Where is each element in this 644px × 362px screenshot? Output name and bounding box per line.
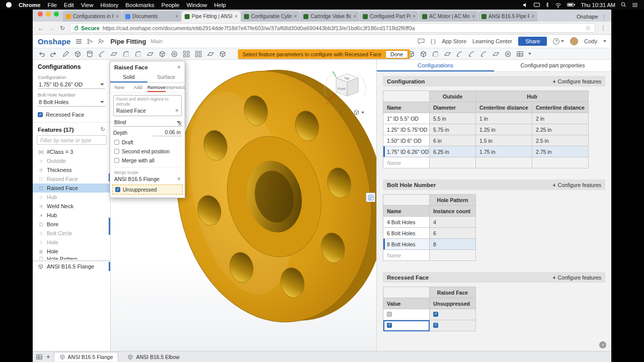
user-name[interactable]: Cody <box>584 38 597 44</box>
sketch-button[interactable] <box>61 50 70 58</box>
remove-scope-icon[interactable] <box>177 175 181 183</box>
address-bar[interactable]: Secure https://cad.onshape.com/documents… <box>70 23 595 33</box>
onshape-logo[interactable]: Onshape <box>38 37 71 46</box>
unsuppressed-checkbox[interactable] <box>433 323 438 328</box>
intersection-curve-button[interactable] <box>503 50 513 58</box>
spline-button[interactable] <box>479 50 489 58</box>
feature-item[interactable]: ▢Raised Face <box>33 174 110 184</box>
tab-manager-icon[interactable] <box>36 353 43 360</box>
bolt-hole-select[interactable]: 8 Bolt Holes <box>38 98 105 107</box>
config-row[interactable]: 4 Bolt Holes 4 <box>383 217 476 228</box>
browser-tab-active[interactable]: Pipe Fitting | ANSI B16 <box>182 11 240 22</box>
user-avatar[interactable] <box>570 37 578 45</box>
tab-add[interactable]: Add <box>129 83 147 92</box>
chamfer-button[interactable] <box>133 50 143 58</box>
browser-tab[interactable]: Configurable Cylinder <box>241 11 300 22</box>
extrude-button[interactable] <box>73 50 83 58</box>
view-cube[interactable]: Top Front x <box>322 65 368 111</box>
measure-button[interactable] <box>515 50 525 58</box>
regions-selection-chip[interactable]: Raised Face <box>116 108 146 114</box>
volume-icon[interactable] <box>523 3 528 8</box>
new-config-row[interactable]: Name <box>383 250 476 261</box>
selection-tools-button[interactable] <box>366 193 375 202</box>
menu-help[interactable]: Help <box>214 2 226 8</box>
tab-intersect[interactable]: Intersect <box>166 83 185 92</box>
document-tab-flange[interactable]: ANSI B16.5 Flange <box>54 352 119 361</box>
versions-icon[interactable] <box>87 38 93 45</box>
menu-app-name[interactable]: Chrome <box>19 2 40 8</box>
draft-checkbox[interactable] <box>114 140 119 145</box>
menu-bookmarks[interactable]: Bookmarks <box>125 2 154 8</box>
browser-tab[interactable]: Cartridge Valve Body <box>300 11 359 22</box>
tab-close-icon[interactable] <box>294 14 297 19</box>
feature-item[interactable]: ▢Hole Pattern <box>33 256 110 259</box>
follow-mode-icon[interactable] <box>98 38 104 44</box>
unsuppressed-checkbox[interactable] <box>115 187 120 192</box>
display-icon[interactable] <box>534 3 540 8</box>
battery-icon[interactable] <box>567 3 576 7</box>
end-condition-select[interactable]: Blind <box>113 118 182 127</box>
browser-tab[interactable]: Configurations in Onsh <box>63 11 122 22</box>
featurescript-icon[interactable]: { } <box>431 38 436 44</box>
minimize-window-button[interactable] <box>46 12 51 17</box>
feature-item[interactable]: ◇Thickness <box>33 165 110 174</box>
second-end-checkbox[interactable] <box>114 149 119 154</box>
menu-window[interactable]: Window <box>187 2 207 8</box>
close-icon[interactable] <box>177 64 181 71</box>
tab-close-icon[interactable] <box>116 14 119 19</box>
bluetooth-icon[interactable] <box>545 2 549 8</box>
feature-item[interactable]: ◇Hub <box>33 193 110 202</box>
configure-features-button[interactable]: Configure features <box>552 275 601 281</box>
view-options-button[interactable] <box>353 109 364 116</box>
boolean-button[interactable] <box>218 50 227 58</box>
close-window-button[interactable] <box>38 12 43 17</box>
tab-close-icon[interactable] <box>472 14 475 19</box>
menu-edit[interactable]: Edit <box>64 2 74 8</box>
menu-clock[interactable]: Thu 10:31 AM <box>581 2 616 8</box>
feature-item[interactable]: ◑Hub <box>33 211 110 220</box>
flip-direction-icon[interactable]: ⇱ <box>179 122 183 127</box>
forward-button[interactable] <box>49 25 55 31</box>
configure-features-button[interactable]: Configure features <box>552 182 601 188</box>
second-end-checkbox-row[interactable]: Second end position <box>114 148 181 154</box>
hole-button[interactable] <box>170 50 179 58</box>
menu-people[interactable]: People <box>162 2 180 8</box>
bookmark-star-icon[interactable] <box>585 25 591 32</box>
config-row[interactable]: 1.25" ID 5.75"OD 5.75 in 1.25 in 2.25 in <box>383 124 589 135</box>
recessed-face-checkbox-row[interactable]: Recessed Face <box>33 108 110 120</box>
tab-close-icon[interactable] <box>353 14 356 19</box>
config-row[interactable] <box>383 309 476 320</box>
app-store-link[interactable]: App Store <box>442 38 466 44</box>
merge-scope-chip[interactable]: ANSI B16.5 Flange <box>114 175 181 183</box>
new-config-row[interactable]: Name <box>383 157 589 168</box>
value-checkbox[interactable] <box>387 323 392 328</box>
fillet-button[interactable] <box>121 50 131 58</box>
configuration-select[interactable]: 1.75" ID 6.26" OD <box>38 80 105 89</box>
part-list-item[interactable]: ANSI B16.5 Flange <box>33 261 110 272</box>
modify-fillet-button[interactable] <box>431 50 440 58</box>
learning-center-link[interactable]: Learning Center <box>472 38 512 44</box>
help-menu[interactable] <box>553 38 564 45</box>
depth-input[interactable]: 0.06 in <box>152 129 182 136</box>
feature-filter-input[interactable] <box>37 135 107 145</box>
config-row[interactable]: 1" ID 5.5" OD 5.5 in 1 in 2 in <box>383 113 589 124</box>
comments-icon[interactable] <box>418 38 425 44</box>
feature-item[interactable]: ◇Hole <box>33 238 110 247</box>
circular-pattern-button[interactable] <box>194 50 203 58</box>
offset-surface-button[interactable] <box>455 50 464 58</box>
sweep-button[interactable] <box>97 50 107 58</box>
undo-button[interactable] <box>37 50 46 58</box>
zoom-window-button[interactable] <box>54 12 59 17</box>
back-button[interactable] <box>38 25 44 31</box>
feature-item-variable[interactable]: (x)#Class = 3 <box>33 147 110 156</box>
recessed-face-checkbox[interactable] <box>38 112 43 117</box>
spotlight-search-icon[interactable] <box>621 2 626 8</box>
config-row[interactable]: 1.50" ID 6" OD 6 in 1.5 in 2.5 in <box>383 135 589 146</box>
tab-remove[interactable]: Remove <box>147 83 166 92</box>
tab-new[interactable]: New <box>110 83 129 92</box>
browser-tab[interactable]: AC Motor | AC Motor <box>419 11 478 22</box>
toolbar-overflow-chevron-icon[interactable] <box>528 53 531 55</box>
tab-configurations[interactable]: Configurations <box>377 60 494 71</box>
tab-close-icon[interactable] <box>175 14 178 19</box>
delete-part-button[interactable] <box>419 50 428 58</box>
